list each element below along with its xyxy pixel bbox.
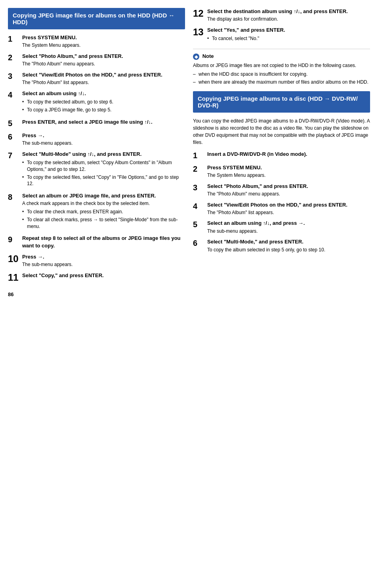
step-6-number: 6: [8, 132, 21, 142]
right-step-6: 6 Select "Multi-Mode," and press ENTER. …: [193, 238, 370, 253]
step-12-title: Select the destination album using ↑/↓, …: [207, 8, 370, 15]
step-9-title: Repeat step 8 to select all of the album…: [22, 235, 185, 249]
step-2-number: 2: [8, 53, 21, 62]
right-step-5-number: 5: [193, 220, 206, 229]
step-8-content: Select an album or JPEG image file, and …: [22, 192, 185, 231]
right-step-1-title: Insert a DVD-RW/DVD-R (in Video mode).: [207, 151, 370, 158]
right-step-5-sub: The sub-menu appears.: [207, 228, 370, 235]
right-column: 12 Select the destination album using ↑/…: [193, 8, 370, 297]
step-10-number: 10: [8, 253, 21, 265]
step-6-content: Press →. The sub-menu appears.: [22, 132, 185, 147]
left-section-title: Copying JPEG image files or albums on th…: [13, 12, 174, 25]
step-6: 6 Press →. The sub-menu appears.: [8, 132, 185, 147]
step-12: 12 Select the destination album using ↑/…: [193, 8, 370, 23]
right-step-6-sub: To copy the album selected in step 5 onl…: [207, 247, 370, 253]
step-8-number: 8: [8, 192, 21, 202]
note-list: when the HDD disc space is insufficient …: [193, 71, 370, 86]
note-item-2: when there are already the maximum numbe…: [193, 79, 370, 86]
step-3: 3 Select "View/Edit Photos on the HDD," …: [8, 71, 185, 86]
step-10-content: Press →. The sub-menu appears.: [22, 253, 185, 268]
step-8-bullets: To clear the check mark, press ENTER aga…: [22, 209, 185, 230]
step-9-number: 9: [8, 235, 21, 244]
step-7-bullet-1: To copy the selected album, select "Copy…: [22, 159, 185, 173]
step-13-title: Select "Yes," and press ENTER.: [207, 27, 370, 34]
step-1-content: Press SYSTEM MENU. The System Menu appea…: [22, 34, 185, 49]
note-box: ◆ Note Albums or JPEG image files are no…: [193, 49, 370, 86]
right-step-1: 1 Insert a DVD-RW/DVD-R (in Video mode).: [193, 151, 370, 160]
step-8-title: Select an album or JPEG image file, and …: [22, 192, 185, 199]
note-icon: ◆: [193, 54, 199, 60]
step-5-content: Press ENTER, and select a JPEG image fil…: [22, 119, 185, 126]
step-12-sub: The display asks for confirmation.: [207, 16, 370, 23]
step-6-sub: The sub-menu appears.: [22, 140, 185, 147]
right-step-1-content: Insert a DVD-RW/DVD-R (in Video mode).: [207, 151, 370, 158]
step-2: 2 Select "Photo Album," and press ENTER.…: [8, 53, 185, 67]
right-steps-top: 12 Select the destination album using ↑/…: [193, 8, 370, 43]
step-7-bullets: To copy the selected album, select "Copy…: [22, 159, 185, 187]
right-step-2-sub: The System Menu appears.: [207, 172, 370, 179]
step-3-number: 3: [8, 71, 21, 81]
step-1-number: 1: [8, 34, 21, 44]
step-4-bullet-2: To copy a JPEG image file, go to step 5.: [22, 107, 185, 113]
right-step-5: 5 Select an album using ↑/↓, and press →…: [193, 220, 370, 234]
right-step-6-title: Select "Multi-Mode," and press ENTER.: [207, 238, 370, 245]
step-10: 10 Press →. The sub-menu appears.: [8, 253, 185, 268]
step-4: 4 Select an album using ↑/↓. To copy the…: [8, 90, 185, 115]
right-step-6-content: Select "Multi-Mode," and press ENTER. To…: [207, 238, 370, 253]
step-2-content: Select "Photo Album," and press ENTER. T…: [22, 53, 185, 67]
step-11-title: Select "Copy," and press ENTER.: [22, 272, 185, 279]
right-step-4-sub: The "Photo Album" list appears.: [207, 209, 370, 216]
step-4-number: 4: [8, 90, 21, 100]
right-step-6-number: 6: [193, 238, 206, 248]
step-13-bullets: To cancel, select "No.": [207, 35, 370, 42]
step-5-number: 5: [8, 119, 21, 128]
left-section-header: Copying JPEG image files or albums on th…: [8, 8, 185, 29]
right-step-3-content: Select "Photo Album," and press ENTER. T…: [207, 183, 370, 197]
step-7: 7 Select "Multi-Mode" using ↑/↓, and pre…: [8, 151, 185, 188]
right-section-header: Copying JPEG image albums to a disc (HDD…: [193, 91, 370, 113]
right-step-3: 3 Select "Photo Album," and press ENTER.…: [193, 183, 370, 197]
step-4-content: Select an album using ↑/↓. To copy the s…: [22, 90, 185, 115]
right-section-bottom: Copying JPEG image albums to a disc (HDD…: [193, 91, 370, 253]
step-2-title: Select "Photo Album," and press ENTER.: [22, 53, 185, 60]
step-5-title: Press ENTER, and select a JPEG image fil…: [22, 119, 185, 126]
right-step-1-number: 1: [193, 151, 206, 160]
right-step-3-title: Select "Photo Album," and press ENTER.: [207, 183, 370, 190]
left-column: Copying JPEG image files or albums on th…: [8, 8, 185, 297]
step-8-sub: A check mark appears in the check box by…: [22, 200, 185, 207]
step-3-content: Select "View/Edit Photos on the HDD," an…: [22, 71, 185, 86]
step-10-title: Press →.: [22, 253, 185, 260]
step-7-number: 7: [8, 151, 21, 160]
step-8-bullet-1: To clear the check mark, press ENTER aga…: [22, 209, 185, 215]
step-5: 5 Press ENTER, and select a JPEG image f…: [8, 119, 185, 128]
step-7-content: Select "Multi-Mode" using ↑/↓, and press…: [22, 151, 185, 188]
step-1: 1 Press SYSTEM MENU. The System Menu app…: [8, 34, 185, 49]
step-11: 11 Select "Copy," and press ENTER.: [8, 272, 185, 283]
right-step-4-content: Select "View/Edit Photos on the HDD," an…: [207, 201, 370, 216]
right-step-2-number: 2: [193, 164, 206, 174]
step-11-content: Select "Copy," and press ENTER.: [22, 272, 185, 279]
note-title: ◆ Note: [193, 53, 370, 60]
step-9: 9 Repeat step 8 to select all of the alb…: [8, 235, 185, 249]
right-step-3-number: 3: [193, 183, 206, 192]
step-12-number: 12: [193, 8, 206, 19]
step-9-content: Repeat step 8 to select all of the album…: [22, 235, 185, 249]
step-1-title: Press SYSTEM MENU.: [22, 34, 185, 41]
step-1-sub: The System Menu appears.: [22, 42, 185, 49]
note-intro: Albums or JPEG image files are not copie…: [193, 62, 370, 69]
right-step-4-title: Select "View/Edit Photos on the HDD," an…: [207, 201, 370, 209]
right-step-3-sub: The "Photo Album" menu appears.: [207, 191, 370, 197]
step-13-number: 13: [193, 27, 206, 38]
right-step-4: 4 Select "View/Edit Photos on the HDD," …: [193, 201, 370, 216]
step-7-bullet-2: To copy the selected files, select "Copy…: [22, 174, 185, 188]
right-step-2-title: Press SYSTEM MENU.: [207, 164, 370, 171]
step-2-sub: The "Photo Album" menu appears.: [22, 61, 185, 67]
step-4-bullets: To copy the selected album, go to step 6…: [22, 99, 185, 113]
step-4-title: Select an album using ↑/↓.: [22, 90, 185, 97]
right-step-4-number: 4: [193, 201, 206, 211]
right-bottom-steps: 1 Insert a DVD-RW/DVD-R (in Video mode).…: [193, 151, 370, 253]
step-3-title: Select "View/Edit Photos on the HDD," an…: [22, 71, 185, 79]
step-6-title: Press →.: [22, 132, 185, 139]
step-7-title: Select "Multi-Mode" using ↑/↓, and press…: [22, 151, 185, 158]
right-step-2: 2 Press SYSTEM MENU. The System Menu app…: [193, 164, 370, 179]
